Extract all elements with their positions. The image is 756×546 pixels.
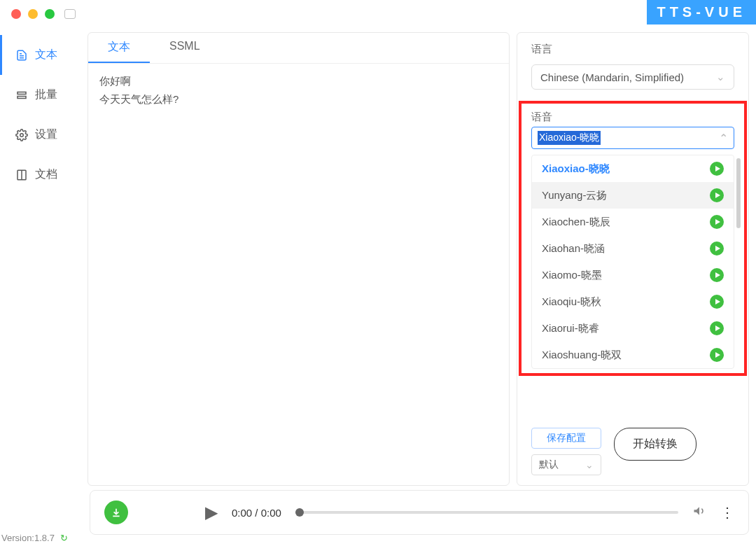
refresh-icon[interactable]: ↻	[60, 533, 68, 543]
play-preview-icon[interactable]	[710, 215, 724, 229]
voice-select-input[interactable]: Xiaoxiao-晓晓 ⌃	[531, 127, 734, 149]
traffic-lights	[11, 9, 55, 19]
volume-icon[interactable]	[692, 504, 706, 522]
language-value: Chinese (Mandarin, Simplified)	[540, 71, 684, 83]
window-close-icon[interactable]	[11, 9, 21, 19]
voice-option[interactable]: Xiaomo-晓墨	[532, 262, 734, 288]
book-icon	[15, 169, 28, 181]
content-tabs: 文本 SSML	[88, 33, 509, 64]
audio-player: ▶ 0:00 / 0:00 ⋮	[90, 490, 749, 535]
voice-dropdown-list: Xiaoxiao-晓晓 Yunyang-云扬 Xiaochen-晓辰 Xiaoh…	[531, 155, 734, 369]
voice-option[interactable]: Xiaochen-晓辰	[532, 209, 734, 235]
voice-option[interactable]: Yunyang-云扬	[532, 182, 734, 209]
sidebar-item-label: 设置	[35, 127, 57, 142]
voice-option-label: Xiaoxiao-晓晓	[542, 162, 610, 176]
stack-icon	[15, 89, 28, 102]
tab-text[interactable]: 文本	[88, 33, 150, 63]
voice-option-label: Xiaoshuang-晓双	[542, 349, 622, 362]
play-preview-icon[interactable]	[710, 162, 724, 176]
version-label: Version:1.8.7 ↻	[1, 533, 68, 543]
sidebar-item-batch[interactable]: 批量	[0, 75, 88, 115]
voice-option[interactable]: Xiaoshuang-晓双	[532, 342, 734, 368]
voice-option[interactable]: Xiaorui-晓睿	[532, 315, 734, 342]
voice-label: 语音	[531, 111, 734, 124]
player-time: 0:00 / 0:00	[232, 507, 281, 519]
play-preview-icon[interactable]	[710, 348, 724, 362]
gear-icon	[15, 129, 28, 141]
editor-line: 今天天气怎么样?	[99, 90, 498, 108]
play-preview-icon[interactable]	[710, 321, 724, 335]
preset-value: 默认	[539, 458, 559, 471]
language-select[interactable]: Chinese (Mandarin, Simplified) ⌄	[531, 64, 734, 90]
sidebar-item-docs[interactable]: 文档	[0, 155, 88, 195]
version-text: Version:1.8.7	[1, 533, 55, 543]
svg-rect-0	[18, 92, 26, 94]
settings-panel: 语言 Chinese (Mandarin, Simplified) ⌄ 语音 X…	[517, 32, 749, 486]
play-icon[interactable]: ▶	[205, 503, 218, 522]
voice-option-label: Yunyang-云扬	[542, 189, 607, 202]
start-convert-button[interactable]: 开始转换	[614, 428, 696, 461]
voice-option-label: Xiaohan-晓涵	[542, 242, 605, 255]
voice-option[interactable]: Xiaohan-晓涵	[532, 235, 734, 262]
window-zoom-icon[interactable]	[45, 9, 55, 19]
sidebar-item-text[interactable]: 文本	[0, 35, 88, 75]
save-config-button[interactable]: 保存配置	[531, 428, 601, 449]
play-preview-icon[interactable]	[710, 241, 724, 255]
chevron-up-icon: ⌃	[719, 132, 728, 145]
content-panel: 文本 SSML 你好啊 今天天气怎么样?	[88, 32, 510, 486]
language-label: 语言	[531, 43, 734, 56]
sidebar-item-label: 文档	[35, 167, 57, 182]
voice-option[interactable]: Xiaoqiu-晓秋	[532, 288, 734, 315]
window-mode-icon[interactable]	[64, 9, 76, 19]
svg-point-2	[20, 133, 24, 136]
tab-ssml[interactable]: SSML	[150, 33, 220, 63]
sidebar-item-label: 批量	[35, 88, 57, 102]
download-button[interactable]	[104, 500, 128, 524]
sidebar-item-settings[interactable]: 设置	[0, 115, 88, 155]
voice-option-label: Xiaochen-晓辰	[542, 216, 610, 229]
scrollbar[interactable]	[736, 158, 741, 228]
text-editor[interactable]: 你好啊 今天天气怎么样?	[88, 64, 509, 485]
window-minimize-icon[interactable]	[28, 9, 38, 19]
preset-select[interactable]: 默认 ⌄	[531, 454, 601, 475]
title-bar	[0, 0, 756, 28]
svg-rect-1	[18, 96, 26, 98]
voice-option-label: Xiaomo-晓墨	[542, 269, 602, 282]
app-brand: TTS-VUE	[647, 0, 756, 24]
voice-section-highlight: 语音 Xiaoxiao-晓晓 ⌃ Xiaoxiao-晓晓 Yunyang-云扬 …	[519, 101, 747, 376]
play-preview-icon[interactable]	[710, 295, 724, 309]
voice-option[interactable]: Xiaoxiao-晓晓	[532, 155, 734, 182]
chevron-down-icon: ⌄	[585, 459, 594, 470]
panel-actions: 保存配置 默认 ⌄ 开始转换	[531, 393, 734, 475]
sidebar-item-label: 文本	[35, 48, 57, 62]
seek-track[interactable]	[295, 511, 678, 514]
document-icon	[15, 49, 28, 62]
play-preview-icon[interactable]	[710, 268, 724, 282]
sidebar: 文本 批量 设置 文档	[0, 28, 88, 490]
voice-option-label: Xiaorui-晓睿	[542, 322, 599, 335]
chevron-down-icon: ⌄	[716, 71, 725, 83]
play-preview-icon[interactable]	[710, 188, 724, 202]
voice-selected-value: Xiaoxiao-晓晓	[538, 131, 601, 145]
more-icon[interactable]: ⋮	[720, 504, 734, 521]
voice-option-label: Xiaoqiu-晓秋	[542, 295, 601, 309]
editor-line: 你好啊	[99, 72, 498, 90]
